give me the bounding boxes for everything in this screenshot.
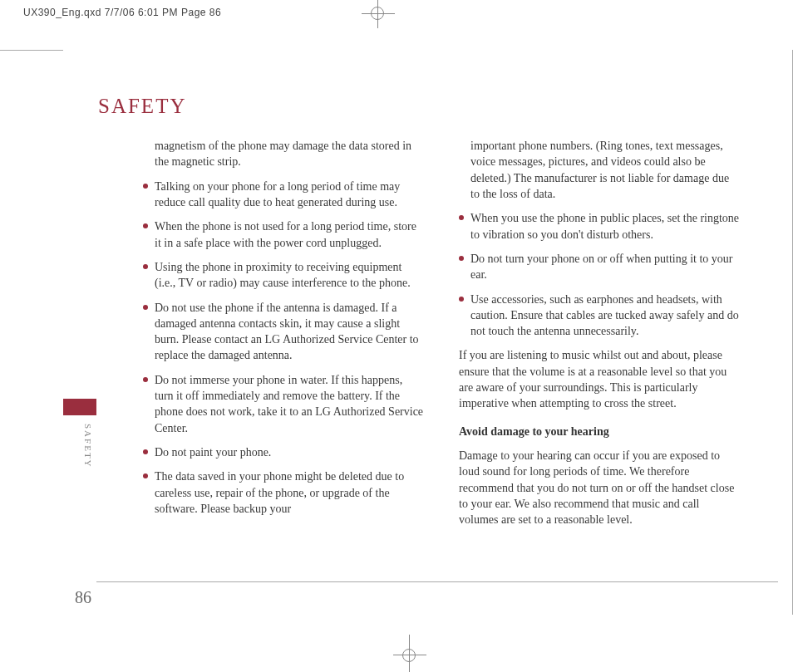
paragraph: If you are listening to music whilst out… bbox=[459, 347, 740, 411]
bottom-rule bbox=[96, 581, 778, 582]
bullet-item: Do not turn your phone on or off when pu… bbox=[459, 251, 740, 283]
print-header: UX390_Eng.qxd 7/7/06 6:01 PM Page 86 bbox=[23, 7, 221, 18]
side-tab bbox=[63, 399, 96, 415]
left-column: magnetism of the phone may damage the da… bbox=[143, 138, 424, 537]
right-bullet-list: When you use the phone in public places,… bbox=[459, 210, 740, 339]
bullet-item: Talking on your phone for a long period … bbox=[143, 179, 424, 211]
side-label: SAFETY bbox=[83, 424, 93, 468]
left-bullet-list: Talking on your phone for a long period … bbox=[143, 179, 424, 517]
bullet-item: Use accessories, such as earphones and h… bbox=[459, 292, 740, 340]
trim-rule-top bbox=[0, 50, 63, 51]
bullet-item: When the phone is not used for a long pe… bbox=[143, 218, 424, 251]
bullet-item: Do not immerse your phone in water. If t… bbox=[143, 372, 424, 436]
bullet-item: Do not paint your phone. bbox=[143, 444, 424, 460]
left-intro: magnetism of the phone may damage the da… bbox=[155, 138, 424, 170]
crop-register-bottom bbox=[402, 649, 416, 662]
page-number: 86 bbox=[75, 588, 91, 607]
section-title: SAFETY bbox=[98, 95, 186, 118]
bullet-item: Using the phone in proximity to receivin… bbox=[143, 259, 424, 292]
subheading: Avoid damage to your hearing bbox=[459, 424, 740, 439]
paragraph: Damage to your hearing can occur if you … bbox=[459, 448, 740, 528]
content-columns: magnetism of the phone may damage the da… bbox=[143, 138, 751, 537]
bullet-item: Do not use the phone if the antenna is d… bbox=[143, 300, 424, 364]
bullet-item: When you use the phone in public places,… bbox=[459, 210, 740, 243]
page-body: SAFETY SAFETY magnetism of the phone may… bbox=[63, 50, 768, 648]
bullet-item: The data saved in your phone might be de… bbox=[143, 468, 424, 517]
crop-register-top bbox=[371, 7, 384, 20]
right-intro: important phone numbers. (Ring tones, te… bbox=[470, 138, 740, 202]
right-column: important phone numbers. (Ring tones, te… bbox=[459, 138, 740, 537]
